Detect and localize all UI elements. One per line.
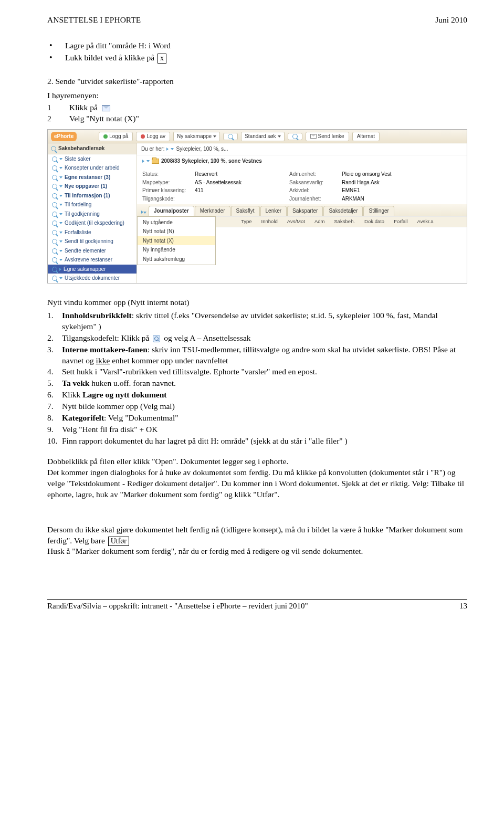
ol-num: 4.	[47, 366, 62, 377]
doc-header-left: ANSETTELSE I EPHORTE	[47, 15, 141, 26]
utfor-box: Utfør	[108, 537, 129, 547]
menu-item-selected[interactable]: Nytt notat (X)	[138, 236, 215, 246]
table-header-row: Type Innhold Avs/Mot Adm Saksbeh. Dok.da…	[216, 216, 467, 227]
search-button[interactable]	[288, 133, 302, 140]
alternat-button[interactable]: Alternat	[352, 132, 380, 141]
chevron-down-icon	[59, 250, 62, 252]
tab-saksflyt[interactable]: Saksflyt	[231, 206, 260, 216]
sidebar-item[interactable]: Forfallsliste	[48, 228, 136, 237]
app-toolbar: ePhorte Logg på Logg av Ny saksmappe Sta…	[48, 130, 467, 143]
menu-item[interactable]: Nytt saksfremlegg	[138, 255, 215, 264]
chevron-down-icon	[59, 176, 62, 178]
tab-stillinger[interactable]: Stillinger	[363, 206, 394, 216]
folder-icon	[152, 159, 159, 164]
ephorte-screenshot: ePhorte Logg på Logg av Ny saksmappe Sta…	[47, 129, 467, 284]
sidebar-item[interactable]: Til informasjon (1)	[48, 191, 136, 201]
sidebar-item[interactable]: Siste saker	[48, 154, 136, 164]
logo-text: ePhorte	[54, 133, 74, 139]
standard-sok-select[interactable]: Standard søk	[241, 132, 284, 141]
sidebar-item[interactable]: Konsepter under arbeid	[48, 163, 136, 173]
meta-value: Randi Haga Ask	[342, 179, 426, 186]
tab-merknader[interactable]: Merknader	[195, 206, 230, 216]
steps-mini: 1 Klikk på 2 Velg "Nytt notat (X)"	[47, 102, 467, 124]
ol-num: 5.	[47, 378, 62, 389]
sidebar-item[interactable]: Nye oppgaver (1)	[48, 182, 136, 191]
sidebar-item[interactable]: Sendt til godkjenning	[48, 237, 136, 246]
context-menu: Ny utgående Nytt notat (N) Nytt notat (X…	[137, 216, 216, 266]
menu-item[interactable]: Ny utgående	[138, 218, 215, 227]
ny-saksmappe-select[interactable]: Ny saksmappe	[173, 132, 220, 141]
th: Avskr.a	[417, 218, 434, 225]
tab-saksdetaljer[interactable]: Saksdetaljer	[323, 206, 363, 216]
btn-label: Send lenke	[318, 133, 344, 140]
sidebar-item-selected[interactable]: Egne saksmapper	[48, 265, 136, 274]
th: Forfall	[394, 218, 407, 225]
ol-num: 7.	[47, 401, 62, 412]
page-number: 13	[459, 601, 467, 611]
app-logo: ePhorte	[51, 132, 77, 141]
menu-item[interactable]: Ny inngående	[138, 245, 215, 255]
ol-body: Kategorifelt: Velg "Dokumentmal"	[62, 413, 467, 424]
th: Avs/Mot	[287, 218, 305, 225]
top-bullet-list: • Lagre på ditt "område H: i Word • Lukk…	[49, 40, 467, 64]
chevron-down-icon	[59, 167, 62, 169]
sidebar-item[interactable]: Sendte elementer	[48, 246, 136, 256]
ol-body: Tilgangskodefelt: Klikk på og velg A – A…	[62, 333, 467, 344]
sidebar-item-label: Godkjent (til ekspedering)	[65, 219, 124, 227]
chevron-down-icon	[59, 204, 62, 206]
sidebar-item-label: Nye oppgaver (1)	[65, 183, 107, 189]
sidebar-item[interactable]: Egne restanser (3)	[48, 173, 136, 182]
case-meta: Status:Reservert Adm.enhet:Pleie og omso…	[137, 167, 467, 204]
case-folder-row[interactable]: 2008/33 Sykepleier, 100 %, sone Vestnes	[142, 155, 467, 166]
sidebar-item[interactable]: Utsjekkede dokumenter	[48, 274, 136, 283]
ol-num: 6.	[47, 390, 62, 401]
tab-lenker[interactable]: Lenker	[260, 206, 287, 216]
search-icon	[292, 134, 298, 139]
tab-journalposter[interactable]: Journalposter	[149, 206, 194, 216]
meta-label: Primær klassering:	[142, 187, 195, 194]
search-button[interactable]	[223, 133, 238, 140]
meta-label: Tilgangskode:	[142, 195, 195, 203]
ol-num: 1.	[47, 310, 62, 332]
chevron-down-icon	[59, 213, 62, 215]
breadcrumb: Du er her: Sykepleier, 100 %, s...	[137, 143, 467, 155]
btn-label: Logg på	[109, 133, 128, 140]
th: Dok.dato	[364, 218, 384, 225]
section-heading: 2. Sende "utvidet søkerliste"-rapporten	[47, 76, 467, 87]
chevron-right-icon	[142, 160, 144, 163]
send-lenke-button[interactable]: Send lenke	[306, 132, 349, 141]
menu-item[interactable]: Nytt notat (N)	[138, 227, 215, 236]
ol-body: Innholdsrubrikkfelt: skriv tittel (f.eks…	[62, 310, 467, 332]
ol-body: Interne mottakere-fanen: skriv inn TSU-m…	[62, 344, 467, 366]
sidebar-item[interactable]: Til fordeling	[48, 200, 136, 209]
search-icon	[52, 156, 57, 162]
logg-pa-button[interactable]: Logg på	[99, 132, 133, 141]
sidebar-item[interactable]: Godkjent (til ekspedering)	[48, 218, 136, 228]
meta-value: 411	[195, 187, 289, 194]
chevron-down-icon	[59, 185, 62, 187]
chevron-down-icon	[59, 158, 62, 160]
select-label: Ny saksmappe	[177, 133, 212, 140]
main-numbered-list: 1.Innholdsrubrikkfelt: skriv tittel (f.e…	[47, 310, 467, 447]
step-text-fragment: Klikk på	[69, 103, 98, 112]
meta-label: Journalenhet:	[289, 195, 342, 203]
doc-header-right: Juni 2010	[435, 15, 467, 26]
sidebar-item-label: Sendte elementer	[65, 247, 106, 255]
ol-body: Finn rapport dokumentet du har lagret på…	[62, 436, 467, 447]
close-x-box: x	[158, 54, 166, 64]
chevron-down-icon	[59, 232, 62, 234]
search-icon	[52, 276, 57, 281]
breadcrumb-value[interactable]: Sykepleier, 100 %, s...	[176, 145, 228, 153]
status-dot-icon	[141, 134, 145, 139]
search-icon	[52, 165, 57, 171]
tab-saksparter[interactable]: Saksparter	[287, 206, 323, 216]
meta-label: Mappetype:	[142, 179, 195, 186]
sidebar-item[interactable]: Avskrevne restanser	[48, 255, 136, 265]
meta-value	[195, 195, 289, 203]
step-num: 1	[47, 102, 69, 113]
th: Adm	[314, 218, 325, 225]
logg-av-button[interactable]: Logg av	[136, 132, 170, 141]
sidebar: Saksbehandlersøk Siste saker Konsepter u…	[48, 143, 137, 283]
chevron-down-icon	[59, 222, 62, 224]
sidebar-item[interactable]: Til godkjenning	[48, 209, 136, 219]
